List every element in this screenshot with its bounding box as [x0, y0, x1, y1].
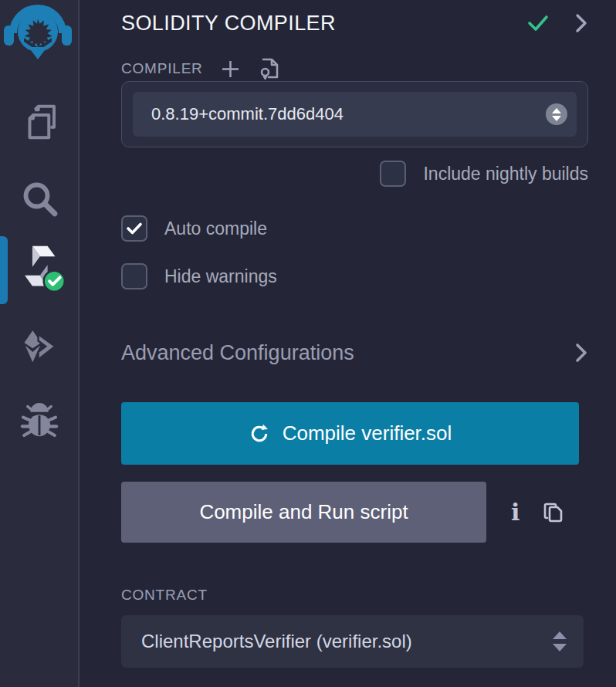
hide-warnings-checkbox[interactable]	[121, 263, 147, 289]
compiler-version-select[interactable]: 0.8.19+commit.7dd6d404	[133, 92, 577, 137]
auto-compile-row: Auto compile	[121, 215, 588, 242]
compile-status-check-icon	[525, 12, 551, 34]
include-nightly-checkbox[interactable]	[380, 161, 406, 187]
include-nightly-label[interactable]: Include nightly builds	[423, 164, 588, 184]
compile-button[interactable]: Compile verifier.sol	[121, 402, 579, 465]
auto-compile-checkbox[interactable]	[121, 215, 147, 242]
chevron-right-icon	[574, 340, 588, 365]
add-custom-compiler-icon[interactable]	[220, 59, 241, 80]
up-down-arrows-icon	[553, 631, 567, 651]
contract-section-header: CONTRACT	[121, 586, 588, 604]
compile-button-label: Compile verifier.sol	[283, 421, 452, 445]
deploy-run-icon[interactable]	[17, 324, 63, 371]
copy-icon[interactable]	[541, 499, 566, 526]
compiler-section-label: COMPILER	[121, 60, 203, 77]
hide-warnings-row: Hide warnings	[121, 262, 588, 290]
include-nightly-row: Include nightly builds	[121, 160, 588, 188]
search-icon[interactable]	[17, 176, 62, 221]
page-title: SOLIDITY COMPILER	[121, 12, 525, 36]
select-updown-icon	[546, 103, 567, 125]
hide-warnings-label[interactable]: Hide warnings	[164, 266, 277, 287]
icon-sidebar	[0, 0, 80, 687]
active-plugin-indicator	[0, 236, 8, 304]
compiler-version-select-container: 0.8.19+commit.7dd6d404	[121, 81, 588, 147]
solidity-compiler-icon[interactable]	[15, 242, 66, 293]
debugger-icon[interactable]	[17, 397, 62, 442]
remix-logo-icon[interactable]	[3, 2, 73, 60]
contract-selected-value: ClientReportsVerifier (verifier.sol)	[141, 631, 553, 652]
auto-compile-label[interactable]: Auto compile	[164, 218, 267, 239]
advanced-configurations-toggle[interactable]: Advanced Configurations	[121, 340, 588, 366]
check-mark-icon	[126, 222, 143, 235]
file-explorer-icon[interactable]	[19, 100, 62, 144]
refresh-icon	[249, 423, 270, 445]
solidity-compiler-panel: SOLIDITY COMPILER COMPILER 0.8.19+commit…	[80, 0, 616, 687]
panel-header: SOLIDITY COMPILER	[121, 9, 588, 37]
compiler-section-header: COMPILER	[121, 57, 588, 80]
advanced-configurations-label: Advanced Configurations	[121, 341, 574, 365]
file-certificate-icon[interactable]	[258, 56, 281, 81]
info-icon[interactable]: i	[511, 501, 520, 524]
compiler-version-value: 0.8.19+commit.7dd6d404	[151, 104, 546, 124]
compile-and-run-row: Compile and Run script i	[121, 482, 588, 543]
compile-and-run-button[interactable]: Compile and Run script	[121, 482, 486, 543]
collapse-chevron-icon[interactable]	[574, 12, 588, 35]
contract-select[interactable]: ClientReportsVerifier (verifier.sol)	[121, 615, 584, 668]
contract-section-label: CONTRACT	[121, 587, 208, 604]
